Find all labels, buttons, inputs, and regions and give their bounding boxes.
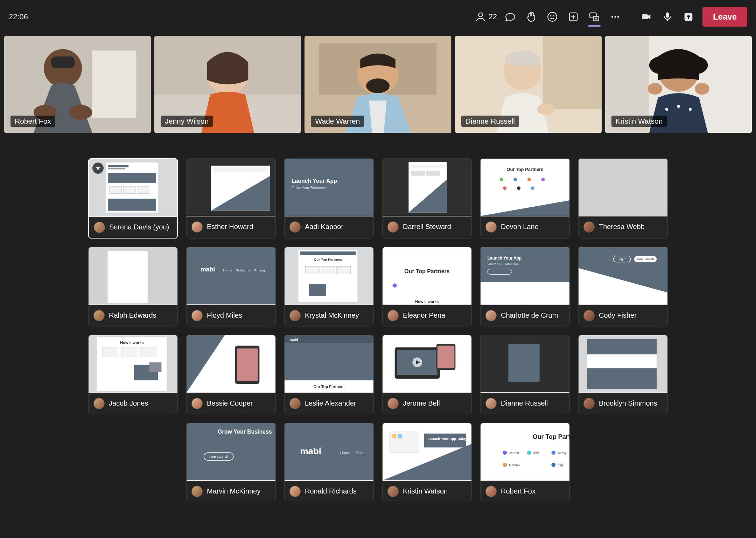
share-footer: Esther Howard: [187, 216, 275, 237]
svg-rect-114: [237, 348, 258, 381]
svg-point-33: [649, 56, 673, 74]
raise-hand-button[interactable]: [521, 6, 542, 27]
share-tile[interactable]: Log InFree Launch Cody Fisher: [578, 247, 668, 326]
share-tile[interactable]: Dianne Russell: [480, 335, 570, 414]
participant-name: Robert Fox: [10, 116, 55, 127]
leave-button[interactable]: Leave: [702, 7, 747, 27]
svg-rect-14: [92, 50, 136, 118]
share-participant-name: Dianne Russell: [501, 399, 548, 407]
svg-point-38: [648, 83, 662, 95]
more-options-button[interactable]: [605, 6, 626, 27]
share-tile[interactable]: Our Top Partners Devon Lane: [480, 158, 570, 239]
share-tile[interactable]: mabiHomeSolutionsPricing Floyd Miles: [186, 247, 276, 326]
svg-text:Metablu: Metablu: [509, 463, 520, 467]
avatar: [289, 486, 301, 497]
mic-button[interactable]: [657, 6, 678, 27]
share-footer: Cody Fisher: [579, 305, 667, 326]
avatar: [94, 222, 105, 233]
chat-button[interactable]: [500, 6, 521, 27]
share-participant-name: Cody Fisher: [599, 311, 637, 319]
share-footer: Jerome Bell: [383, 393, 471, 414]
video-participants-row: Robert Fox Jenny Wilson Wade Warren Dian…: [0, 36, 756, 133]
svg-rect-85: [321, 266, 335, 274]
share-participant-name: Leslie Alexander: [305, 399, 356, 407]
share-tile[interactable]: Theresa Webb: [578, 158, 668, 239]
svg-rect-60: [411, 171, 425, 175]
share-participant-name: Jerome Bell: [403, 399, 440, 407]
video-tile[interactable]: Kristin Watson: [605, 36, 752, 133]
meeting-time: 22:06: [9, 12, 28, 21]
svg-point-64: [500, 178, 503, 181]
reactions-button[interactable]: [542, 6, 563, 27]
avatar: [289, 398, 301, 409]
participants-button[interactable]: [470, 6, 491, 27]
svg-point-18: [69, 105, 92, 119]
svg-text:mabi: mabi: [300, 446, 321, 456]
share-tile[interactable]: Brooklyn Simmons: [578, 335, 668, 414]
share-tile[interactable]: Jerome Bell: [382, 335, 472, 414]
svg-point-153: [551, 450, 555, 455]
share-tile[interactable]: Serena Davis (you): [88, 158, 178, 239]
camera-button[interactable]: [636, 6, 657, 27]
share-tile[interactable]: Our Top PartnAstromcicloweavyMetabluhapi…: [480, 423, 570, 502]
share-participant-name: Eleanor Pena: [403, 311, 445, 319]
svg-point-70: [531, 186, 534, 190]
svg-rect-116: [285, 335, 373, 343]
share-tile[interactable]: Launch Your App Today Kristin Watson: [382, 423, 472, 502]
participant-name: Wade Warren: [311, 116, 364, 127]
svg-point-9: [617, 16, 619, 18]
share-tile[interactable]: Launch Your AppGrow Your Business Aadi K…: [284, 158, 374, 239]
avatar: [485, 221, 497, 233]
video-tile[interactable]: Jenny Wilson: [154, 36, 301, 133]
video-tile[interactable]: Robert Fox: [4, 36, 151, 133]
share-thumbnail: mabiHomeSoluti: [285, 423, 373, 481]
avatar: [583, 398, 595, 409]
share-thumbnail: Launch Your AppGrow Your Business: [481, 247, 569, 305]
svg-rect-10: [642, 14, 648, 19]
svg-rect-144: [398, 434, 402, 438]
share-participant-name: Darrell Steward: [403, 223, 451, 231]
svg-rect-147: [481, 423, 569, 481]
svg-point-36: [677, 105, 680, 108]
svg-rect-44: [108, 173, 156, 183]
svg-text:hapi: hapi: [558, 463, 564, 467]
svg-text:Launch Your App: Launch Your App: [292, 178, 337, 184]
share-tile[interactable]: Our Top PartnersHow it works Eleanor Pen…: [382, 247, 472, 326]
upload-share-button[interactable]: [678, 6, 699, 27]
share-tile[interactable]: Launch Your AppGrow Your Business Charlo…: [480, 247, 570, 326]
share-tile[interactable]: Ralph Edwards: [88, 247, 178, 326]
share-thumbnail: Our Top Partners: [285, 247, 373, 305]
svg-rect-51: [212, 167, 268, 172]
share-thumbnail: Our Top PartnersHow it works: [383, 247, 471, 305]
share-tile[interactable]: mabiHomeSoluti Ronald Richards: [284, 423, 374, 502]
toolbar-divider: [631, 9, 631, 25]
avatar: [485, 310, 497, 321]
share-participant-name: Serena Davis (you): [109, 223, 169, 231]
apps-button[interactable]: [563, 6, 584, 27]
svg-text:Pricing: Pricing: [254, 268, 265, 272]
share-tile[interactable]: Our Top Partners Krystal McKinney: [284, 247, 374, 326]
share-tile[interactable]: Darrell Steward: [382, 158, 472, 239]
svg-point-67: [541, 178, 545, 181]
svg-point-1: [548, 12, 557, 21]
avatar: [93, 310, 105, 321]
svg-point-29: [537, 103, 554, 115]
participant-name: Kristin Watson: [611, 116, 667, 127]
share-tile[interactable]: Grow Your BusinessFree Launch Marvin McK…: [186, 423, 276, 502]
avatar: [583, 221, 595, 233]
svg-point-149: [503, 450, 507, 455]
avatar: [93, 398, 105, 409]
video-tile[interactable]: Dianne Russell: [455, 36, 602, 133]
svg-rect-108: [141, 347, 156, 357]
meeting-toolbar: 22:06 22 Leave: [0, 0, 756, 34]
share-thumbnail: Grow Your BusinessFree Launch: [187, 423, 275, 481]
avatar: [387, 486, 399, 497]
share-tile[interactable]: How it works Jacob Jones: [88, 335, 178, 414]
share-tile[interactable]: Esther Howard: [186, 158, 276, 239]
share-tile[interactable]: Bessie Cooper: [186, 335, 276, 414]
avatar: [191, 221, 203, 233]
share-screen-button[interactable]: [584, 6, 605, 27]
share-tile[interactable]: mabiOur Top Partners Leslie Alexander: [284, 335, 374, 414]
svg-text:mabi: mabi: [201, 266, 215, 273]
video-tile[interactable]: Wade Warren: [304, 36, 451, 133]
